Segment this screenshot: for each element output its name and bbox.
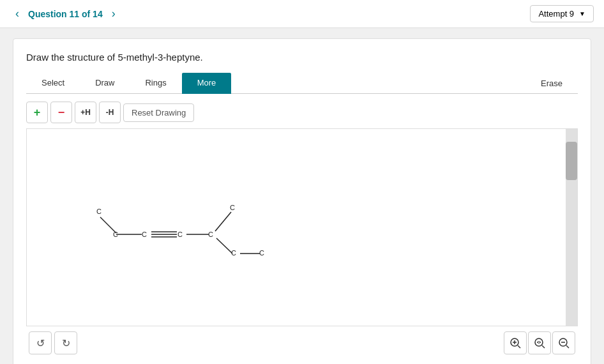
bottom-controls: ↺ ↻ <box>26 326 578 357</box>
tab-draw[interactable]: Draw <box>80 73 130 94</box>
zoom-out-icon <box>558 337 570 349</box>
svg-line-22 <box>542 345 545 348</box>
svg-text:C: C <box>259 249 264 257</box>
svg-text:C: C <box>231 249 236 257</box>
zoom-reset-button[interactable] <box>528 331 551 354</box>
question-text: Draw the structure of 5-methyl-3-heptyne… <box>26 52 578 63</box>
svg-text:C: C <box>96 208 102 215</box>
prev-arrow[interactable]: ‹ <box>10 4 24 23</box>
svg-line-24 <box>566 345 569 348</box>
top-nav: ‹ Question 11 of 14 › Attempt 9 ▼ <box>0 0 604 28</box>
add-hydrogen-button[interactable]: +H <box>75 102 96 123</box>
svg-text:C: C <box>142 231 147 238</box>
tabs-bar: Select Draw Rings More Erase <box>26 73 578 94</box>
zoom-out-button[interactable] <box>552 331 575 354</box>
undo-redo-group: ↺ ↻ <box>29 331 77 354</box>
toolbar: + − +H -H Reset Drawing <box>26 102 578 123</box>
svg-text:C: C <box>208 231 213 238</box>
svg-line-2 <box>100 217 116 233</box>
chevron-down-icon: ▼ <box>579 10 585 17</box>
question-card: Draw the structure of 5-methyl-3-heptyne… <box>13 38 591 364</box>
drawing-area[interactable]: C C C C C C <box>26 128 578 326</box>
main-content: Draw the structure of 5-methyl-3-heptyne… <box>0 28 604 364</box>
zoom-reset-icon <box>534 337 545 349</box>
next-arrow[interactable]: › <box>107 4 121 23</box>
zoom-in-icon <box>510 337 521 349</box>
tab-select[interactable]: Select <box>26 73 80 94</box>
reset-drawing-button[interactable]: Reset Drawing <box>123 103 194 122</box>
scroll-thumb <box>566 142 577 180</box>
zoom-controls <box>504 331 575 354</box>
molecule-svg: C C C C C C <box>52 142 269 282</box>
svg-text:C: C <box>177 231 183 238</box>
tab-erase[interactable]: Erase <box>525 73 578 93</box>
svg-point-21 <box>535 338 543 346</box>
scroll-indicator[interactable] <box>566 129 577 326</box>
tab-more[interactable]: More <box>182 73 232 94</box>
attempt-button[interactable]: Attempt 9 ▼ <box>530 5 594 22</box>
tab-spacer <box>231 73 525 93</box>
plus-charge-button[interactable]: + <box>26 102 48 123</box>
svg-line-11 <box>215 212 231 231</box>
svg-line-18 <box>518 345 520 348</box>
remove-hydrogen-button[interactable]: -H <box>99 102 121 123</box>
svg-text:C: C <box>230 204 235 211</box>
redo-button[interactable]: ↻ <box>54 331 77 354</box>
undo-button[interactable]: ↺ <box>29 331 52 354</box>
zoom-in-button[interactable] <box>504 331 527 354</box>
svg-line-13 <box>216 238 232 254</box>
tab-rings[interactable]: Rings <box>130 73 181 94</box>
minus-charge-button[interactable]: − <box>50 102 72 123</box>
question-label: Question 11 of 14 <box>28 9 103 19</box>
svg-text:C: C <box>113 231 118 238</box>
